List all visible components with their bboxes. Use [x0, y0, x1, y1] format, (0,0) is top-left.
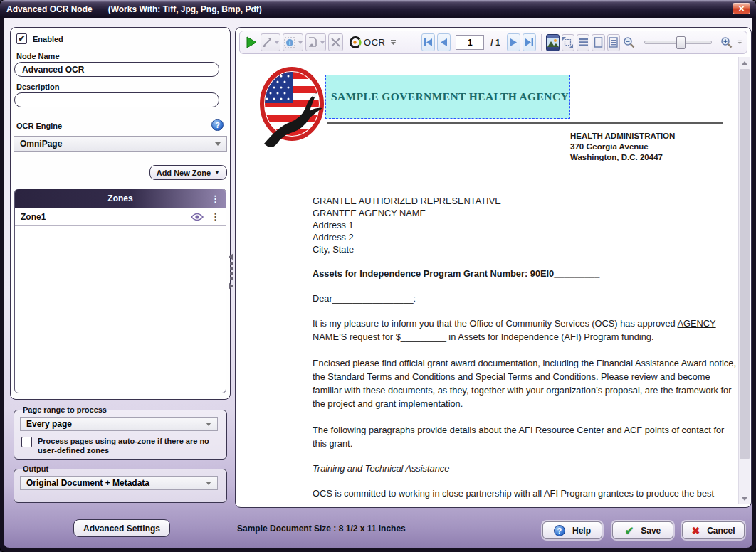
page-range-value: Every page — [26, 419, 72, 429]
recipient-line: City, State — [313, 243, 737, 255]
advanced-settings-button[interactable]: Advanced Settings — [73, 519, 170, 537]
zone-visibility-eye-icon[interactable] — [191, 213, 204, 221]
ocr-engine-menu[interactable]: OCR — [350, 36, 397, 48]
recipient-line: Address 2 — [313, 231, 737, 243]
ocr-engine-select[interactable]: OmniPage — [14, 136, 227, 152]
dropdown-caret-icon: ▼ — [214, 169, 220, 176]
toolbar-options-icon[interactable] — [737, 39, 742, 46]
preview-panel: i OCR — [235, 27, 752, 508]
toolbar-separator — [541, 34, 542, 51]
svg-text:i: i — [289, 40, 290, 46]
run-test-button[interactable] — [244, 33, 258, 51]
zone-resize-button[interactable] — [261, 33, 281, 51]
play-icon — [246, 36, 257, 48]
window-title: Advanced OCR Node — [6, 4, 93, 14]
view-image-button[interactable] — [546, 34, 559, 51]
ocr-engine-help-icon[interactable]: ? — [211, 119, 224, 131]
zone-list-item[interactable]: Zone1 ⋮ — [15, 208, 226, 226]
zone-anchor-button[interactable] — [305, 33, 326, 51]
close-button[interactable]: ✕ — [733, 3, 750, 14]
next-page-icon — [510, 38, 518, 46]
vertical-scrollbar[interactable] — [738, 57, 750, 504]
fit-page-button[interactable] — [562, 34, 574, 51]
sample-doc-size-label: Sample Document Size : 8 1/2 x 11 inches — [237, 524, 406, 534]
dropdown-caret-icon — [320, 41, 325, 44]
close-icon: ✕ — [738, 4, 745, 13]
next-page-button[interactable] — [507, 33, 520, 51]
whole-page-button[interactable] — [607, 34, 620, 51]
scroll-up-button[interactable] — [739, 57, 750, 68]
page-number-input[interactable] — [456, 35, 484, 50]
node-name-input[interactable] — [14, 62, 219, 77]
output-select[interactable]: Original Document + Metadata — [20, 476, 218, 490]
save-button[interactable]: ✔ Save — [612, 521, 673, 539]
zoom-slider[interactable] — [644, 41, 712, 44]
zone-info-button[interactable]: i — [283, 33, 303, 51]
ocr-zone-overlay[interactable]: SAMPLE GOVERNMENT HEALTH AGENCY — [325, 75, 570, 119]
collapse-right-icon — [229, 282, 233, 290]
fit-height-button[interactable] — [592, 34, 604, 51]
admin-line: Washington, D.C. 20447 — [570, 152, 675, 163]
zone-name: Zone1 — [21, 212, 46, 222]
scroll-down-button[interactable] — [739, 493, 750, 504]
zone-anchor-icon — [307, 37, 317, 48]
zoom-in-button[interactable] — [720, 33, 734, 51]
para1-post: request for $_________ in Assets for Ind… — [347, 331, 653, 342]
paragraph-1: It is my pleasure to inform you that the… — [313, 317, 737, 344]
document-preview[interactable]: SAMPLE GOVERNMENT HEALTH AGENCY HEALTH A… — [238, 57, 750, 504]
page-range-select[interactable]: Every page — [20, 417, 218, 431]
salutation-line: Dear________________: — [313, 293, 737, 304]
scroll-up-icon — [742, 61, 747, 65]
scrollbar-thumb[interactable] — [740, 69, 750, 459]
cancel-button[interactable]: ✖ Cancel — [682, 521, 745, 539]
zones-menu-icon[interactable]: ⋮ — [211, 193, 220, 204]
enabled-checkbox[interactable]: ✔ — [16, 33, 27, 44]
toolbar-separator — [416, 34, 416, 51]
zone-info-icon: i — [284, 37, 295, 48]
grip-dot — [230, 272, 233, 275]
ocr-engine-value: OmniPage — [20, 139, 62, 149]
agency-flag-eagle-logo — [260, 67, 325, 158]
header-rule — [327, 122, 723, 124]
xy-resize-icon — [262, 38, 272, 48]
scroll-down-icon — [742, 497, 747, 501]
last-page-icon — [525, 38, 534, 46]
delete-zone-button[interactable] — [328, 33, 343, 51]
zones-header: Zones ⋮ — [15, 189, 226, 208]
paragraph-3: The following paragraphs provide details… — [313, 423, 737, 450]
output-group: Output Original Document + Metadata — [14, 465, 227, 503]
chevron-down-icon — [206, 423, 211, 426]
auto-zone-checkbox[interactable] — [21, 437, 32, 447]
page-range-group: Page range to process Every page Process… — [14, 405, 227, 460]
last-page-button[interactable] — [523, 33, 536, 51]
recipient-line: GRANTEE AGENCY NAME — [313, 207, 737, 219]
zoom-in-icon — [720, 36, 733, 49]
zoom-out-button[interactable] — [622, 33, 636, 51]
question-glyph: ? — [215, 121, 220, 129]
cancel-x-icon: ✖ — [691, 525, 700, 536]
agency-banner-text: SAMPLE GOVERNMENT HEALTH AGENCY — [326, 90, 569, 103]
zones-panel: Zones ⋮ Zone1 ⋮ — [14, 189, 226, 393]
recipient-line: Address 1 — [313, 219, 737, 231]
page-text-icon — [609, 37, 618, 48]
first-page-button[interactable] — [421, 33, 435, 51]
ocr-engine-label: OCR Engine — [16, 122, 62, 130]
image-icon — [547, 38, 559, 47]
enabled-label: Enabled — [33, 35, 63, 43]
dropdown-caret-icon — [298, 41, 303, 44]
zone-menu-icon[interactable]: ⋮ — [211, 211, 220, 222]
dropdown-caret-icon — [275, 41, 279, 44]
description-input[interactable] — [14, 92, 219, 107]
help-button[interactable]: ? Help — [542, 521, 602, 539]
advanced-settings-label: Advanced Settings — [83, 524, 160, 534]
save-check-icon: ✔ — [625, 524, 634, 537]
fit-width-button[interactable] — [577, 34, 589, 51]
window-title-works-with: (Works With: Tiff, Jpg, Png, Bmp, Pdf) — [108, 4, 262, 14]
previous-page-button[interactable] — [437, 33, 451, 51]
letter-body: GRANTEE AUTHORIZED REPRESENTATIVE GRANTE… — [313, 195, 737, 504]
add-new-zone-button[interactable]: Add New Zone ▼ — [149, 165, 227, 180]
question-glyph: ? — [557, 526, 562, 535]
ocr-label: OCR — [364, 37, 385, 48]
collapse-left-icon — [229, 253, 233, 260]
zoom-slider-handle[interactable] — [676, 36, 686, 49]
